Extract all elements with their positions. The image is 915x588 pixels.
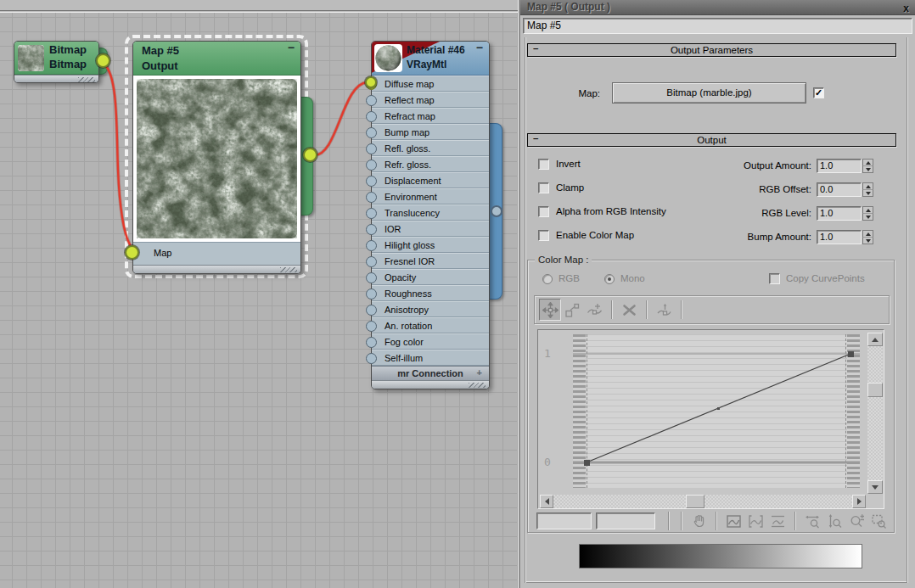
material-slot-row[interactable]: Fog color: [372, 333, 489, 350]
checkbox[interactable]: [538, 159, 549, 170]
material-slot-row[interactable]: Translucency: [372, 204, 489, 221]
checkbox[interactable]: [538, 206, 549, 217]
node-name-input[interactable]: Map #5: [523, 18, 912, 34]
rollout-output-parameters[interactable]: – Output Parameters: [527, 43, 896, 57]
map5-node-header[interactable]: Map #5 Output −: [133, 42, 300, 76]
scroll-down-button[interactable]: [867, 480, 883, 494]
slot-input-socket[interactable]: [366, 288, 377, 300]
material-node-header[interactable]: Material #46 VRayMtl −: [372, 42, 489, 76]
zoom-horizontal-extents-icon[interactable]: [744, 511, 766, 531]
zoom-horizontal-icon[interactable]: [801, 511, 823, 531]
slot-input-socket[interactable]: [366, 95, 377, 106]
spinner-up-icon[interactable]: [862, 206, 873, 213]
slot-input-socket[interactable]: [366, 272, 377, 283]
panel-title-bar[interactable]: Map #5 ( Output ) x: [520, 0, 915, 15]
material-slot-row[interactable]: Fresnel IOR: [372, 253, 489, 269]
spinner-value-field[interactable]: 0.0: [817, 182, 862, 197]
spinner-value-field[interactable]: 1.0: [817, 159, 862, 173]
resize-grip-icon[interactable]: [78, 77, 95, 82]
delete-point-icon[interactable]: [618, 299, 640, 321]
pan-curve-icon[interactable]: [653, 299, 675, 321]
point-y-field[interactable]: [596, 512, 655, 529]
slot-input-socket[interactable]: [366, 127, 377, 138]
spinner-down-icon[interactable]: [862, 237, 873, 244]
zoom-extents-icon[interactable]: [722, 511, 744, 531]
bitmap-thumbnail[interactable]: [18, 45, 44, 71]
spinner-value-field[interactable]: 1.0: [817, 206, 862, 221]
map5-preview-image[interactable]: [137, 79, 297, 238]
collapse-minus-icon[interactable]: –: [533, 132, 538, 144]
curve-point-handle[interactable]: [584, 460, 590, 466]
resize-grip-icon[interactable]: [469, 383, 486, 388]
slot-input-socket[interactable]: [366, 192, 377, 203]
map-enable-checkbox[interactable]: ✓: [813, 87, 824, 98]
expand-plus-icon[interactable]: +: [477, 367, 482, 378]
point-x-field[interactable]: [536, 512, 592, 529]
material-slot-row[interactable]: Refl. gloss.: [372, 140, 489, 156]
zoom-region-icon[interactable]: [867, 511, 890, 531]
rgb-radio[interactable]: [542, 274, 553, 284]
slot-input-socket[interactable]: [366, 160, 377, 171]
material-slot-row[interactable]: Bump map: [372, 124, 489, 140]
slot-input-socket[interactable]: [366, 143, 377, 154]
slot-input-socket[interactable]: [366, 240, 377, 251]
checkbox[interactable]: [538, 182, 549, 193]
material-slot-row[interactable]: Hilight gloss: [372, 237, 489, 253]
spinner-arrows[interactable]: [862, 182, 873, 197]
mono-radio[interactable]: [604, 274, 615, 284]
material-slot-row[interactable]: Diffuse map: [372, 76, 489, 92]
material-slot-row[interactable]: Environment: [372, 188, 489, 204]
spinner-arrows[interactable]: [862, 230, 873, 244]
scroll-right-button[interactable]: [852, 495, 866, 508]
collapse-minus-icon[interactable]: −: [476, 42, 483, 54]
scroll-up-button[interactable]: [867, 333, 883, 346]
hscroll-thumb[interactable]: [686, 495, 704, 508]
slot-input-socket[interactable]: [366, 337, 377, 348]
spinner-down-icon[interactable]: [862, 165, 873, 173]
bitmap-node-header[interactable]: Bitmap Bitmap: [14, 42, 98, 75]
scroll-left-button[interactable]: [540, 495, 553, 508]
vscroll-thumb[interactable]: [867, 383, 883, 397]
material-slot-row[interactable]: Refract map: [372, 108, 489, 124]
pan-hand-icon[interactable]: [688, 511, 710, 531]
material-slot-row[interactable]: Reflect map: [372, 92, 489, 108]
zoom-vertical-extents-icon[interactable]: [766, 511, 789, 531]
checkbox[interactable]: [538, 230, 549, 241]
mr-connection-bar[interactable]: mr Connection +: [372, 366, 489, 380]
curve-vscrollbar[interactable]: [867, 333, 883, 494]
resize-grip-icon[interactable]: [280, 267, 297, 272]
node-material46[interactable]: Material #46 VRayMtl − Diffuse mapReflec…: [371, 41, 490, 389]
collapse-minus-icon[interactable]: –: [533, 42, 538, 54]
slot-input-socket[interactable]: [366, 111, 377, 122]
move-point-icon[interactable]: [539, 299, 561, 321]
zoom-vertical-icon[interactable]: [823, 511, 845, 531]
scale-point-icon[interactable]: [561, 299, 583, 321]
slot-input-socket[interactable]: [366, 208, 377, 219]
material-slot-row[interactable]: Anisotropy: [372, 301, 489, 317]
spinner-up-icon[interactable]: [862, 230, 873, 237]
bitmap-output-socket[interactable]: [96, 53, 110, 68]
rollout-output[interactable]: – Output: [527, 133, 896, 147]
material-slot-row[interactable]: Refr. gloss.: [372, 156, 489, 172]
material-output-socket[interactable]: [491, 205, 502, 217]
spinner-arrows[interactable]: [862, 206, 873, 221]
spinner-down-icon[interactable]: [862, 189, 873, 197]
map5-map-input-socket[interactable]: [125, 245, 139, 260]
node-map5[interactable]: Map #5 Output − Map: [132, 41, 301, 274]
curve-point-handle[interactable]: [848, 351, 854, 357]
material-slot-row[interactable]: An. rotation: [372, 317, 489, 333]
slot-input-socket[interactable]: [366, 353, 377, 364]
node-bitmap[interactable]: Bitmap Bitmap: [14, 41, 99, 83]
add-point-icon[interactable]: [583, 299, 605, 321]
curve-plot-area[interactable]: [573, 334, 860, 488]
close-icon[interactable]: x: [903, 2, 909, 16]
spinner-arrows[interactable]: [862, 159, 873, 173]
spinner-down-icon[interactable]: [862, 213, 873, 221]
material-slot-row[interactable]: IOR: [372, 221, 489, 237]
collapse-minus-icon[interactable]: −: [288, 42, 295, 54]
map-assign-button[interactable]: Bitmap (marble.jpg): [612, 82, 806, 104]
material-slot-row[interactable]: Roughness: [372, 285, 489, 301]
material-slot-row[interactable]: Opacity: [372, 269, 489, 285]
slot-input-socket[interactable]: [366, 256, 377, 267]
spinner-up-icon[interactable]: [862, 159, 873, 165]
